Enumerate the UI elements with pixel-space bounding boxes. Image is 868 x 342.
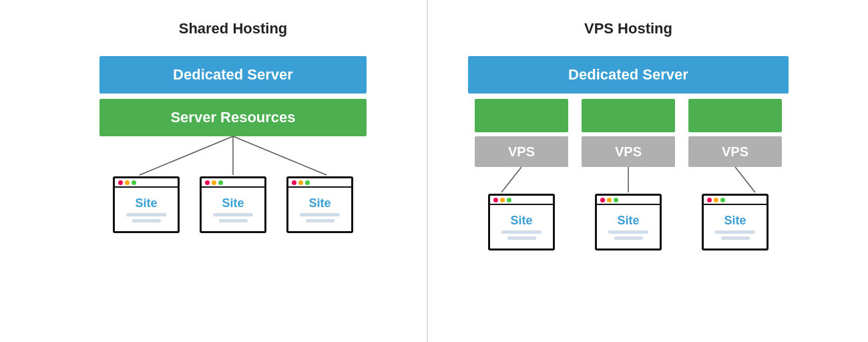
site-header — [490, 196, 553, 205]
site-label-3: Site — [308, 196, 331, 210]
server-resources-label: Server Resources — [170, 109, 295, 126]
vps-site-label-1: Site — [510, 214, 532, 228]
site-label-2: Site — [222, 196, 244, 210]
vps-label-1: VPS — [475, 136, 568, 167]
dot-green — [614, 198, 618, 202]
vps-hosting-title: VPS Hosting — [584, 20, 672, 37]
vps-site-3: Site — [702, 194, 769, 250]
vps-dedicated-server-block: Dedicated Server — [468, 56, 789, 94]
vps-hosting-diagram: VPS Hosting Dedicated Server VPS — [435, 20, 822, 250]
shared-hosting-title: Shared Hosting — [179, 20, 288, 37]
site-line — [213, 213, 253, 216]
svg-line-5 — [735, 167, 755, 192]
vps-column-3: VPS Site — [688, 99, 782, 250]
site-body: Site — [704, 205, 767, 248]
dot-green — [507, 198, 511, 202]
site-line-short — [219, 219, 248, 222]
vps-site-label-2: Site — [617, 214, 639, 228]
vps-green-1 — [475, 99, 568, 132]
vps-label-3: VPS — [688, 136, 782, 167]
site-body: Site — [288, 188, 351, 231]
shared-lines — [99, 136, 367, 176]
site-line-short — [721, 236, 750, 240]
dot-yellow — [125, 180, 130, 185]
vps-line-1 — [475, 167, 568, 194]
site-header — [288, 178, 351, 188]
vps-column-1: VPS Site — [475, 99, 568, 250]
site-line-short — [614, 236, 643, 240]
svg-line-0 — [140, 136, 233, 175]
site-line — [608, 230, 648, 234]
dot-red — [292, 180, 296, 185]
vps-label-2: VPS — [582, 136, 675, 167]
section-divider — [427, 0, 428, 342]
dot-yellow — [607, 198, 612, 202]
shared-site-2: Site — [200, 176, 266, 233]
site-header — [115, 178, 178, 188]
dot-green — [305, 180, 310, 185]
site-header — [704, 196, 767, 205]
dot-green — [720, 198, 725, 202]
vps-columns: VPS Site — [475, 99, 782, 250]
dot-red — [600, 198, 605, 202]
site-line — [300, 213, 340, 216]
shared-site-3: Site — [286, 176, 353, 233]
dot-yellow — [298, 180, 303, 185]
site-line — [501, 230, 541, 234]
vps-site-label-3: Site — [724, 214, 746, 228]
vps-line-2 — [582, 167, 675, 194]
vps-green-2 — [582, 99, 675, 132]
vps-line-3 — [688, 167, 782, 194]
site-header — [202, 178, 264, 188]
vps-column-2: VPS Site — [582, 99, 675, 250]
vps-site-2: Site — [595, 194, 662, 250]
site-line-short — [306, 219, 335, 222]
site-body: Site — [202, 188, 264, 231]
dot-green — [218, 180, 223, 185]
site-line — [126, 213, 166, 216]
dot-red — [205, 180, 210, 185]
site-body: Site — [490, 205, 553, 248]
shared-site-1: Site — [113, 176, 180, 233]
dot-green — [132, 180, 136, 185]
vps-site-1: Site — [488, 194, 555, 250]
dot-yellow — [714, 198, 718, 202]
site-line — [715, 230, 755, 234]
svg-line-2 — [233, 136, 327, 175]
server-resources-block: Server Resources — [99, 99, 367, 136]
site-line-short — [507, 236, 536, 240]
site-label-1: Site — [135, 196, 157, 210]
shared-server-label: Dedicated Server — [173, 66, 293, 83]
dot-red — [707, 198, 712, 202]
site-line-short — [132, 219, 161, 222]
dot-yellow — [500, 198, 505, 202]
dot-red — [493, 198, 498, 202]
dot-red — [118, 180, 123, 185]
shared-hosting-diagram: Shared Hosting Dedicated Server Server R… — [46, 20, 420, 233]
shared-dedicated-server-block: Dedicated Server — [99, 56, 367, 94]
dot-yellow — [212, 180, 216, 185]
shared-sites-row: Site Site — [113, 176, 353, 233]
vps-green-3 — [688, 99, 782, 132]
vps-server-label: Dedicated Server — [568, 66, 688, 83]
main-container: Shared Hosting Dedicated Server Server R… — [0, 0, 868, 342]
svg-line-3 — [501, 167, 521, 192]
site-body: Site — [115, 188, 178, 231]
site-header — [597, 196, 660, 205]
site-body: Site — [597, 205, 660, 248]
